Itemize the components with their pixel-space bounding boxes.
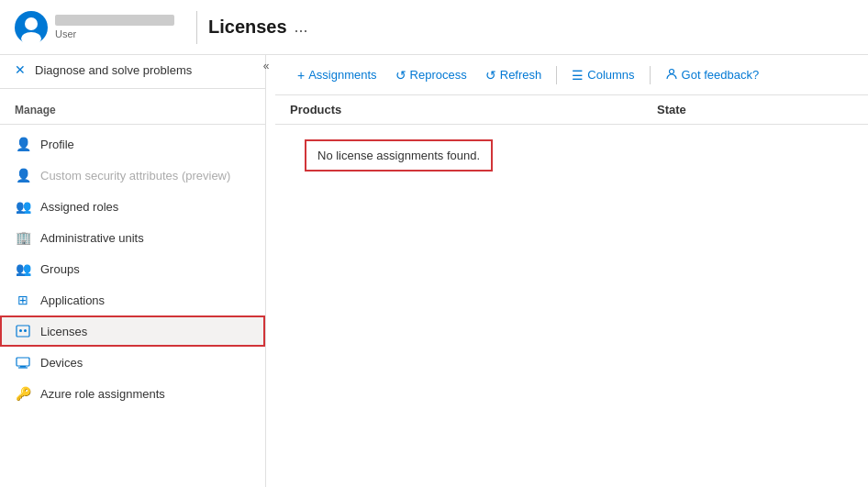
user-label: User	[55, 28, 174, 39]
feedback-label: Got feedback?	[682, 68, 760, 82]
sidebar-item-label: Administrative units	[40, 231, 144, 245]
svg-point-8	[669, 70, 673, 74]
plus-icon: +	[297, 68, 305, 83]
column-state: State	[657, 103, 853, 116]
assigned-roles-icon: 👥	[15, 198, 31, 215]
svg-rect-6	[20, 366, 26, 368]
empty-message: No license assignments found.	[305, 139, 493, 172]
custom-security-icon: 👤	[15, 167, 31, 183]
profile-icon: 👤	[15, 136, 31, 152]
user-block: User	[55, 15, 174, 39]
sidebar-item-diagnose[interactable]: ✕ Diagnose and solve problems	[0, 55, 265, 84]
applications-icon: ⊞	[15, 292, 31, 308]
devices-icon	[15, 354, 31, 371]
diagnose-label: Diagnose and solve problems	[35, 63, 192, 77]
chevron-left-icon: «	[263, 60, 270, 72]
table-area: Products State No license assignments fo…	[275, 95, 868, 487]
user-name-blurred	[55, 15, 174, 26]
refresh-button[interactable]: ↺ Refresh	[478, 64, 550, 86]
sidebar-item-label: Devices	[40, 356, 83, 370]
table-header: Products State	[275, 95, 868, 125]
toolbar-separator-2	[650, 66, 651, 84]
sidebar-item-label: Azure role assignments	[40, 387, 165, 401]
svg-point-4	[24, 329, 27, 332]
sidebar-item-label: Assigned roles	[40, 200, 118, 214]
column-products: Products	[290, 103, 657, 116]
toolbar: + Assignments ↺ Reprocess ↺ Refresh ☰ Co…	[275, 55, 868, 95]
reprocess-icon: ↺	[395, 68, 406, 83]
groups-icon: 👥	[15, 260, 31, 277]
sidebar-item-label: Custom security attributes (preview)	[40, 169, 230, 183]
page-title: Licenses	[208, 17, 287, 38]
sidebar-separator	[0, 88, 265, 89]
toolbar-separator	[556, 66, 557, 84]
refresh-label: Refresh	[500, 68, 542, 82]
assignments-button[interactable]: + Assignments	[290, 64, 384, 86]
svg-rect-5	[17, 358, 29, 366]
admin-units-icon: 🏢	[15, 229, 31, 246]
svg-point-0	[25, 17, 38, 30]
layout: ✕ Diagnose and solve problems Manage 👤 P…	[0, 55, 868, 487]
sidebar: ✕ Diagnose and solve problems Manage 👤 P…	[0, 55, 266, 487]
header: User Licenses ...	[0, 0, 868, 55]
avatar	[15, 11, 48, 44]
feedback-icon	[665, 67, 678, 83]
header-divider	[196, 11, 197, 44]
sidebar-item-label: Groups	[40, 262, 80, 276]
svg-rect-2	[17, 326, 29, 337]
sidebar-item-azure-roles[interactable]: 🔑 Azure role assignments	[0, 378, 265, 409]
sidebar-item-admin-units[interactable]: 🏢 Administrative units	[0, 222, 265, 253]
wrench-icon: ✕	[15, 62, 26, 77]
sidebar-item-groups[interactable]: 👥 Groups	[0, 253, 265, 284]
main-content: + Assignments ↺ Reprocess ↺ Refresh ☰ Co…	[275, 55, 868, 487]
reprocess-label: Reprocess	[410, 68, 467, 82]
svg-point-1	[21, 32, 41, 44]
licenses-icon	[15, 323, 31, 339]
sidebar-item-label: Profile	[40, 138, 74, 151]
svg-point-3	[19, 329, 22, 332]
table-body: No license assignments found.	[275, 125, 868, 186]
columns-icon: ☰	[572, 68, 584, 83]
sidebar-item-licenses[interactable]: Licenses	[0, 315, 265, 347]
more-options-button[interactable]: ...	[295, 17, 308, 37]
feedback-button[interactable]: Got feedback?	[658, 63, 767, 86]
empty-message-text: No license assignments found.	[317, 149, 480, 162]
assignments-label: Assignments	[308, 68, 376, 82]
refresh-icon: ↺	[485, 68, 496, 83]
sidebar-item-profile[interactable]: 👤 Profile	[0, 128, 265, 160]
sidebar-item-label: Licenses	[40, 325, 87, 338]
sidebar-item-devices[interactable]: Devices	[0, 347, 265, 378]
sidebar-item-assigned-roles[interactable]: 👥 Assigned roles	[0, 191, 265, 222]
sidebar-item-applications[interactable]: ⊞ Applications	[0, 284, 265, 315]
sidebar-item-custom-security: 👤 Custom security attributes (preview)	[0, 160, 265, 191]
manage-section-label: Manage	[0, 93, 265, 120]
reprocess-button[interactable]: ↺ Reprocess	[388, 64, 474, 86]
sidebar-separator-2	[0, 124, 265, 125]
azure-roles-icon: 🔑	[15, 385, 31, 402]
columns-label: Columns	[587, 68, 634, 82]
collapse-sidebar-button[interactable]: «	[257, 55, 275, 73]
columns-button[interactable]: ☰ Columns	[564, 64, 641, 86]
sidebar-item-label: Applications	[40, 293, 105, 307]
